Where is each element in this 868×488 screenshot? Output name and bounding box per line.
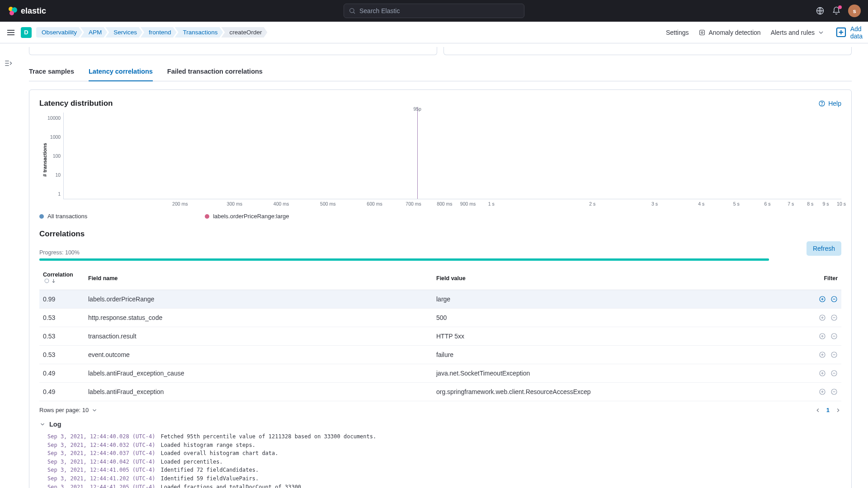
notifications-icon[interactable]	[832, 6, 841, 15]
breadcrumbs: ObservabilityAPMServicesfrontendTransact…	[36, 27, 267, 38]
breadcrumb-item[interactable]: Transactions	[175, 27, 223, 38]
col-field-name[interactable]: Field name	[85, 267, 433, 290]
cell-correlation: 0.53	[39, 327, 85, 346]
newsfeed-icon[interactable]	[816, 6, 825, 15]
svg-rect-9	[700, 30, 705, 35]
pagination: 1	[815, 407, 841, 413]
latency-chart[interactable]: # transactions 100001000100101 95p 200 m…	[39, 113, 841, 207]
legend-selected-term[interactable]: labels.orderPriceRange:large	[205, 213, 289, 220]
refresh-button[interactable]: Refresh	[807, 241, 841, 256]
col-correlation[interactable]: Correlation	[39, 267, 85, 290]
pager-next-icon[interactable]	[835, 407, 841, 413]
log-entry: Sep 3, 2021, 12:44:40.037 (UTC-4)Loaded …	[47, 449, 841, 458]
table-row[interactable]: 0.49 labels.antiFraud_exception_cause ja…	[39, 364, 841, 383]
breadcrumb-item[interactable]: Observability	[36, 27, 82, 38]
filter-in-icon[interactable]	[819, 333, 826, 340]
log-message: Loaded histogram range steps.	[160, 441, 255, 450]
pager-current-page[interactable]: 1	[826, 407, 830, 413]
cell-filter	[805, 327, 841, 346]
svg-line-4	[354, 12, 355, 14]
breadcrumb-item[interactable]: APM	[80, 27, 107, 38]
chevron-down-icon	[91, 407, 98, 413]
filter-in-icon[interactable]	[819, 351, 826, 358]
legend-all-transactions[interactable]: All transactions	[39, 213, 87, 220]
svg-point-2	[9, 11, 14, 15]
filter-out-icon[interactable]	[830, 296, 838, 303]
log-message: Loaded percentiles.	[160, 458, 222, 466]
settings-link[interactable]: Settings	[666, 29, 689, 36]
log-toggle[interactable]: Log	[39, 421, 841, 428]
cell-correlation: 0.49	[39, 383, 85, 401]
sidebar-expand-icon[interactable]	[4, 59, 13, 68]
progress-bar	[39, 258, 769, 261]
cell-field-value: HTTP 5xx	[433, 327, 805, 346]
log-timestamp: Sep 3, 2021, 12:44:41.202 (UTC-4)	[47, 474, 155, 483]
elastic-logo[interactable]: elastic	[7, 5, 46, 16]
cell-field-name: labels.orderPriceRange	[85, 290, 433, 309]
log-entry: Sep 3, 2021, 12:44:41.205 (UTC-4)Loaded …	[47, 483, 841, 488]
breadcrumb-item[interactable]: Services	[105, 27, 142, 38]
filter-in-icon[interactable]	[819, 296, 826, 303]
global-search-input[interactable]: Search Elastic	[344, 4, 524, 18]
filter-in-icon[interactable]	[819, 388, 826, 395]
chevron-down-icon	[817, 29, 825, 36]
progress-text: Progress: 100%	[39, 249, 80, 256]
y-axis-ticks: 100001000100101	[47, 113, 63, 207]
elastic-logo-icon	[7, 5, 18, 16]
anomaly-detection-link[interactable]: Anomaly detection	[698, 29, 760, 36]
log-timestamp: Sep 3, 2021, 12:44:41.005 (UTC-4)	[47, 466, 155, 474]
sort-desc-icon	[51, 278, 57, 284]
pager-prev-icon[interactable]	[815, 407, 821, 413]
brand-text: elastic	[21, 6, 46, 16]
info-icon	[44, 278, 50, 284]
log-timestamp: Sep 3, 2021, 12:44:40.037 (UTC-4)	[47, 449, 155, 458]
col-filter: Filter	[805, 267, 841, 290]
cell-filter	[805, 290, 841, 309]
alerts-rules-menu[interactable]: Alerts and rules	[771, 29, 825, 36]
tab-failed-transaction-correlations[interactable]: Failed transaction correlations	[167, 68, 263, 81]
log-message: Identified 72 fieldCandidates.	[160, 466, 259, 474]
tab-latency-correlations[interactable]: Latency correlations	[89, 68, 153, 81]
histogram-plot[interactable]: 95p	[63, 113, 841, 199]
cell-field-value: 500	[433, 309, 805, 327]
filter-out-icon[interactable]	[830, 333, 838, 340]
breadcrumb-item: createOrder	[221, 27, 267, 38]
help-link[interactable]: Help	[818, 100, 841, 107]
table-row[interactable]: 0.53 http.response.status_code 500	[39, 309, 841, 327]
legend-dot-selected	[205, 214, 209, 219]
log-section: Log Sep 3, 2021, 12:44:40.028 (UTC-4)Fet…	[39, 421, 841, 488]
col-field-value[interactable]: Field value	[433, 267, 805, 290]
cell-field-name: labels.antiFraud_exception_cause	[85, 364, 433, 383]
cell-field-value: large	[433, 290, 805, 309]
add-data-link[interactable]: Add data	[835, 25, 863, 40]
cell-field-value: failure	[433, 346, 805, 364]
filter-out-icon[interactable]	[830, 370, 838, 377]
log-entry: Sep 3, 2021, 12:44:40.028 (UTC-4)Fetched…	[47, 432, 841, 441]
x-axis-ticks: 200 ms300 ms400 ms500 ms600 ms700 ms800 …	[63, 201, 841, 207]
breadcrumb-item[interactable]: frontend	[141, 27, 177, 38]
table-row[interactable]: 0.53 transaction.result HTTP 5xx	[39, 327, 841, 346]
user-avatar[interactable]: s	[848, 5, 861, 17]
log-timestamp: Sep 3, 2021, 12:44:40.032 (UTC-4)	[47, 441, 155, 450]
table-row[interactable]: 0.53 event.outcome failure	[39, 346, 841, 364]
log-timestamp: Sep 3, 2021, 12:44:40.028 (UTC-4)	[47, 432, 155, 441]
space-selector[interactable]: D	[21, 27, 32, 38]
cell-field-name: transaction.result	[85, 327, 433, 346]
log-timestamp: Sep 3, 2021, 12:44:40.042 (UTC-4)	[47, 458, 155, 466]
rows-per-page-selector[interactable]: Rows per page: 10	[39, 407, 98, 413]
cell-filter	[805, 383, 841, 401]
table-row[interactable]: 0.99 labels.orderPriceRange large	[39, 290, 841, 309]
nav-toggle-icon[interactable]	[5, 27, 16, 38]
filter-out-icon[interactable]	[830, 351, 838, 358]
table-row[interactable]: 0.49 labels.antiFraud_exception org.spri…	[39, 383, 841, 401]
log-entry: Sep 3, 2021, 12:44:40.042 (UTC-4)Loaded …	[47, 458, 841, 466]
summary-panels-row	[29, 47, 852, 55]
correlation-tabs: Trace samplesLatency correlationsFailed …	[29, 68, 852, 81]
log-lines: Sep 3, 2021, 12:44:40.028 (UTC-4)Fetched…	[39, 432, 841, 488]
svg-point-10	[701, 32, 703, 33]
tab-trace-samples[interactable]: Trace samples	[29, 68, 74, 81]
filter-in-icon[interactable]	[819, 370, 826, 377]
filter-in-icon[interactable]	[819, 314, 826, 321]
filter-out-icon[interactable]	[830, 314, 838, 321]
filter-out-icon[interactable]	[830, 388, 838, 395]
